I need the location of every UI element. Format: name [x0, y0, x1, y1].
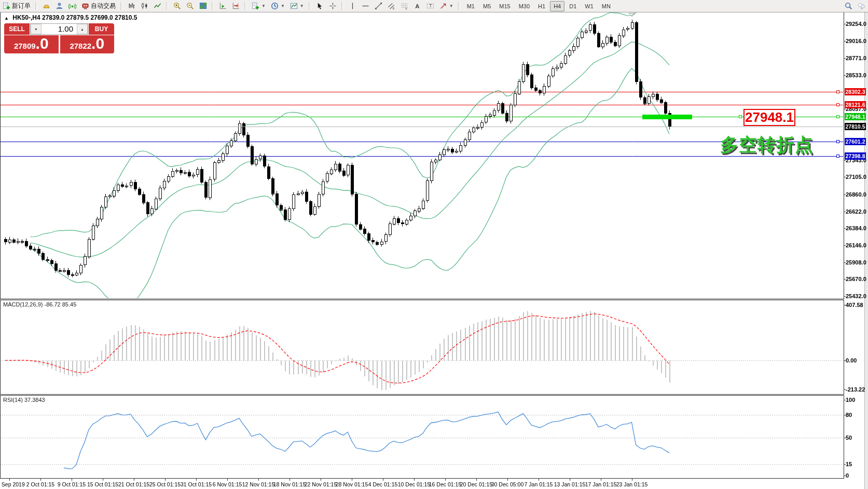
signals-button[interactable]: [66, 1, 78, 11]
buy-price-main: 27822: [70, 41, 91, 50]
timeframe-button-d1[interactable]: D1: [566, 1, 580, 11]
chart-header: ▲ HK50-,H4 27839.0 27879.5 27699.0 27810…: [4, 14, 137, 21]
candlestick-chart-button[interactable]: [139, 1, 150, 11]
chat-icon: [858, 2, 865, 10]
zoom-in-icon: [173, 2, 181, 10]
svg-text:T: T: [429, 3, 432, 8]
new-order-label: 新订单: [12, 2, 31, 10]
arrows-tool-icon: [439, 2, 447, 10]
window-edge-strip: [864, 12, 868, 489]
autotrade-icon: [81, 2, 89, 10]
toolbar-grip: [35, 2, 38, 10]
trendline-icon: [375, 2, 382, 10]
volume-decrease-button[interactable]: ▼: [31, 24, 42, 34]
search-icon: [845, 2, 852, 10]
channel-tool-button[interactable]: E: [385, 1, 397, 11]
line-chart-icon: [154, 2, 161, 10]
market-icon: [43, 2, 50, 10]
dropdown-caret-icon: ▼: [281, 4, 285, 8]
timeframe-button-h4[interactable]: H4: [550, 1, 564, 11]
chart-canvas[interactable]: [0, 0, 868, 489]
toolbar-grip: [166, 2, 169, 10]
volume-increase-button[interactable]: ▲: [77, 24, 88, 34]
toolbar-grip: [120, 2, 123, 10]
periods-button[interactable]: ▼: [269, 1, 287, 11]
toolbar-grip: [341, 2, 344, 10]
label-tool-button[interactable]: T: [424, 1, 436, 11]
mt4-chart-window: 新订单 自动交易 ▼ ▼ ▼ E F A T ▼: [0, 0, 868, 489]
indicators-icon: [252, 2, 259, 10]
timeframe-button-m1[interactable]: M1: [463, 1, 478, 11]
trendline-tool-button[interactable]: [373, 1, 384, 11]
channel-icon: E: [388, 2, 395, 10]
signals-icon: [68, 2, 76, 10]
line-chart-button[interactable]: [151, 1, 163, 11]
vertical-line-tool-button[interactable]: [347, 1, 359, 11]
timeframe-group: M1M5M15M30H1H4D1W1MN: [463, 1, 615, 11]
dropdown-caret-icon: ▼: [261, 4, 266, 8]
timeframe-button-m30[interactable]: M30: [515, 1, 533, 11]
collapse-arrow-icon[interactable]: ▲: [4, 16, 9, 21]
text-tool-button[interactable]: A: [411, 1, 423, 11]
sell-price-main: 27809: [14, 41, 36, 50]
timeframe-button-mn[interactable]: MN: [598, 1, 614, 11]
text-tool-icon: A: [414, 2, 421, 10]
turning-point-annotation[interactable]: 多空转折点: [720, 133, 814, 157]
autotrade-label: 自动交易: [91, 2, 116, 10]
one-click-trading-panel: SELL ▼ 1.00 ▲ BUY 27809 .0 27822 .0: [4, 23, 114, 53]
autotrade-button[interactable]: 自动交易: [79, 1, 118, 11]
chat-button[interactable]: [856, 1, 867, 11]
volume-input[interactable]: 1.00: [42, 24, 77, 34]
horizontal-line-tool-button[interactable]: [360, 1, 371, 11]
clock-icon: [271, 2, 279, 10]
toolbar-grip: [212, 2, 214, 10]
cursor-icon: [316, 2, 324, 10]
cursor-tool-button[interactable]: [314, 1, 326, 11]
fibonacci-tool-button[interactable]: F: [398, 1, 410, 11]
timeframe-button-m15[interactable]: M15: [495, 1, 514, 11]
market-button[interactable]: [40, 1, 52, 11]
crosshair-tool-button[interactable]: [327, 1, 339, 11]
new-order-icon: [3, 2, 10, 10]
label-tool-icon: T: [426, 2, 434, 10]
tile-windows-button[interactable]: [197, 1, 209, 11]
svg-text:F: F: [405, 7, 407, 10]
arrows-tool-button[interactable]: ▼: [437, 1, 456, 11]
community-button[interactable]: [53, 1, 65, 11]
sell-price[interactable]: 27809 .0: [4, 35, 59, 53]
zoom-out-icon: [186, 2, 194, 10]
vertical-line-icon: [349, 2, 356, 10]
new-order-button[interactable]: 新订单: [1, 1, 33, 11]
horizontal-line-icon: [362, 2, 369, 10]
zoom-out-button[interactable]: [184, 1, 196, 11]
templates-button[interactable]: ▼: [288, 1, 306, 11]
timeframe-button-m5[interactable]: M5: [479, 1, 494, 11]
sell-button[interactable]: SELL: [4, 23, 30, 35]
chart-shift-icon: [232, 2, 240, 10]
toolbar-grip: [244, 2, 247, 10]
price-callout-box[interactable]: 27948.1: [743, 109, 795, 126]
bar-chart-button[interactable]: [126, 1, 137, 11]
timeframe-button-h1[interactable]: H1: [534, 1, 549, 11]
buy-price-pips: .0: [91, 36, 104, 51]
svg-text:A: A: [415, 3, 419, 9]
buy-button[interactable]: BUY: [89, 23, 114, 35]
ohlc-values: 27839.0 27879.5 27699.0 27810.5: [42, 14, 137, 21]
symbol-period-label: HK50-,H4: [12, 14, 40, 21]
toolbar-grip: [309, 2, 311, 10]
volume-spinner: ▼ 1.00 ▲: [30, 23, 88, 35]
svg-text:E: E: [393, 7, 395, 10]
chart-shift-button[interactable]: [230, 1, 242, 11]
dropdown-caret-icon: ▼: [449, 4, 453, 8]
toolbar-grip: [458, 2, 461, 10]
buy-price[interactable]: 27822 .0: [60, 35, 115, 53]
zoom-in-button[interactable]: [171, 1, 183, 11]
candlestick-chart-icon: [141, 2, 148, 10]
timeframe-button-w1[interactable]: W1: [581, 1, 597, 11]
support-zone-bar[interactable]: [642, 115, 692, 119]
toolbar: 新订单 自动交易 ▼ ▼ ▼ E F A T ▼: [0, 0, 868, 12]
sell-price-pips: .0: [36, 36, 49, 51]
indicators-button[interactable]: ▼: [250, 1, 268, 11]
auto-scroll-button[interactable]: [217, 1, 229, 11]
search-button[interactable]: [843, 1, 855, 11]
